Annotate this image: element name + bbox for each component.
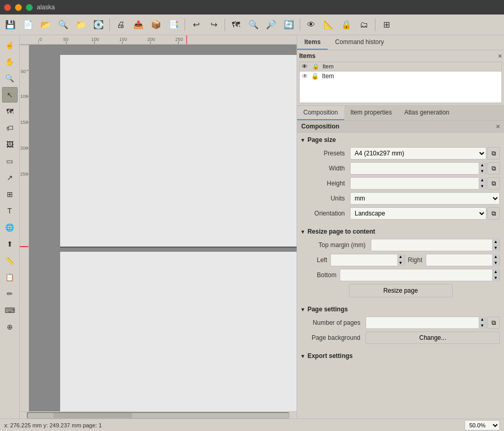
zoom-select[interactable]: 50.0% 25.0% 75.0% 100.0% xyxy=(465,420,500,430)
svg-text:200: 200 xyxy=(20,146,28,151)
add-image-tool[interactable]: 🖼 xyxy=(2,137,18,152)
save-as-button[interactable]: 💽 xyxy=(90,17,107,33)
zoom-tool[interactable]: 🔍 xyxy=(2,70,18,86)
bottom-up-btn[interactable]: ▲ xyxy=(492,269,499,275)
svg-text:200: 200 xyxy=(147,37,155,42)
grid-button[interactable]: ⊞ xyxy=(378,17,395,33)
visibility-icon[interactable]: 👁 xyxy=(302,73,308,80)
hscroll[interactable] xyxy=(20,411,297,419)
zoom-in-button[interactable]: 🔍 xyxy=(245,17,262,33)
refresh-button[interactable]: 🔄 xyxy=(281,17,297,33)
close-button[interactable] xyxy=(4,4,11,11)
section-resize-header[interactable]: ▼ Resize page to content xyxy=(297,226,504,237)
package-button[interactable]: 📦 xyxy=(148,17,164,33)
snap-button[interactable]: 📐 xyxy=(320,17,337,33)
export-button[interactable]: 📤 xyxy=(130,17,147,33)
layers-button[interactable]: 🗂 xyxy=(356,17,372,33)
tab-command-history[interactable]: Command history xyxy=(328,35,391,50)
print-button[interactable]: 🖨 xyxy=(113,17,129,33)
num-pages-down-btn[interactable]: ▼ xyxy=(479,323,486,329)
width-copy-btn[interactable]: ⧉ xyxy=(487,162,500,175)
save-button[interactable]: 💾 xyxy=(2,17,19,33)
pointer-tool[interactable]: ↖ xyxy=(2,87,18,103)
top-margin-up-btn[interactable]: ▲ xyxy=(492,239,499,245)
folder-button[interactable]: 📁 xyxy=(73,17,89,33)
canvas[interactable] xyxy=(29,45,297,411)
orientation-control: LandscapePortrait ⧉ xyxy=(350,207,500,220)
add-legend-tool[interactable]: 📋 xyxy=(2,269,18,285)
left-up-btn[interactable]: ▲ xyxy=(397,254,404,260)
height-input[interactable]: 210,00 xyxy=(351,178,479,189)
zoom-out-button[interactable]: 🔎 xyxy=(263,17,279,33)
new-button[interactable]: 📄 xyxy=(20,17,36,33)
code-tool[interactable]: ⌨ xyxy=(2,303,18,318)
add-html-tool[interactable]: 🌐 xyxy=(2,220,18,235)
ruler-horizontal: 0 50 100 150 200 250 xyxy=(20,35,297,45)
height-down-btn[interactable]: ▼ xyxy=(479,183,486,190)
height-up-btn[interactable]: ▲ xyxy=(479,177,486,183)
top-margin-down-btn[interactable]: ▼ xyxy=(492,245,499,251)
svg-text:150: 150 xyxy=(20,120,28,125)
units-select[interactable]: mmcminpxpt xyxy=(350,192,500,205)
tab-item-properties[interactable]: Item properties xyxy=(344,106,398,120)
lock-button[interactable]: 🔒 xyxy=(338,17,355,33)
orientation-copy-btn[interactable]: ⧉ xyxy=(487,207,500,220)
lock-icon[interactable]: 🔒 xyxy=(311,73,319,80)
section-page-settings-header[interactable]: ▼ Page settings xyxy=(297,304,504,314)
section-page-size-header[interactable]: ▼ Page size xyxy=(297,135,504,145)
items-panel-close[interactable]: ✕ xyxy=(498,53,502,59)
undo-button[interactable]: ↩ xyxy=(188,17,204,33)
open-button[interactable]: 📂 xyxy=(37,17,54,33)
props-close-icon[interactable]: ✕ xyxy=(496,124,500,130)
resize-page-button[interactable]: Resize page xyxy=(349,284,453,297)
view-button[interactable]: 👁 xyxy=(303,17,319,33)
top-margin-input[interactable]: 0,00 xyxy=(371,239,492,251)
num-pages-up-btn[interactable]: ▲ xyxy=(479,317,486,323)
right-down-btn[interactable]: ▼ xyxy=(492,260,499,266)
bottom-input[interactable]: 0,00 xyxy=(340,269,492,281)
minimize-button[interactable] xyxy=(15,4,22,11)
add-shape-tool[interactable]: ▭ xyxy=(2,153,18,169)
num-pages-input[interactable]: 1 xyxy=(366,317,479,328)
pan-tool[interactable]: ✋ xyxy=(2,54,18,69)
pdf-button[interactable]: 📑 xyxy=(165,17,182,33)
add-scalebar-tool[interactable]: 📏 xyxy=(2,253,18,268)
height-copy-btn[interactable]: ⧉ xyxy=(487,177,500,190)
right-input[interactable]: 0,00 xyxy=(426,254,492,266)
tab-composition[interactable]: Composition xyxy=(297,106,344,120)
select-tool[interactable]: ☝ xyxy=(2,37,18,53)
add-north-tool[interactable]: ⬆ xyxy=(2,236,18,252)
add-group-tool[interactable]: ⊕ xyxy=(2,319,18,335)
add-map-tool[interactable]: 🗺 xyxy=(2,104,18,119)
find-button[interactable]: 🔍 xyxy=(55,17,72,33)
right-up-btn[interactable]: ▲ xyxy=(492,254,499,260)
maximize-button[interactable] xyxy=(26,4,33,11)
tab-items[interactable]: Items xyxy=(297,35,328,50)
left-down-btn[interactable]: ▼ xyxy=(397,260,404,266)
pan-button[interactable]: 🗺 xyxy=(228,17,244,33)
width-up-btn[interactable]: ▲ xyxy=(479,162,486,168)
items-row[interactable]: 👁 🔒 Item xyxy=(300,71,501,81)
add-label-tool[interactable]: 🏷 xyxy=(2,120,18,136)
hscroll-track[interactable] xyxy=(27,412,289,419)
presets-copy-btn[interactable]: ⧉ xyxy=(487,147,500,160)
add-table-tool[interactable]: ⊞ xyxy=(2,186,18,202)
hscroll-thumb[interactable] xyxy=(53,413,132,418)
page-background-change-btn[interactable]: Change... xyxy=(366,332,500,344)
width-down-btn[interactable]: ▼ xyxy=(479,168,486,175)
right-panel: Items Command history Items ✕ 👁 🔒 Item 👁… xyxy=(297,35,504,419)
page-background-control: Change... xyxy=(366,332,500,344)
width-input[interactable]: 297,00 xyxy=(351,163,479,174)
redo-button[interactable]: ↪ xyxy=(205,17,222,33)
presets-select[interactable]: A4 (210x297 mm)A3 (297x420 mm)LetterCust… xyxy=(350,147,486,160)
add-text-tool[interactable]: T xyxy=(2,203,18,219)
bottom-down-btn[interactable]: ▼ xyxy=(492,275,499,281)
orientation-select[interactable]: LandscapePortrait xyxy=(350,207,486,220)
num-pages-copy-btn[interactable]: ⧉ xyxy=(487,317,500,329)
section-export-settings-header[interactable]: ▼ Export settings xyxy=(297,351,504,361)
tab-atlas-generation[interactable]: Atlas generation xyxy=(398,106,456,120)
pen-tool[interactable]: ✏ xyxy=(2,286,18,301)
right-spin: 0,00 ▲ ▼ xyxy=(426,254,500,266)
left-input[interactable]: 0,00 xyxy=(331,254,397,266)
add-arrow-tool[interactable]: ↗ xyxy=(2,170,18,185)
